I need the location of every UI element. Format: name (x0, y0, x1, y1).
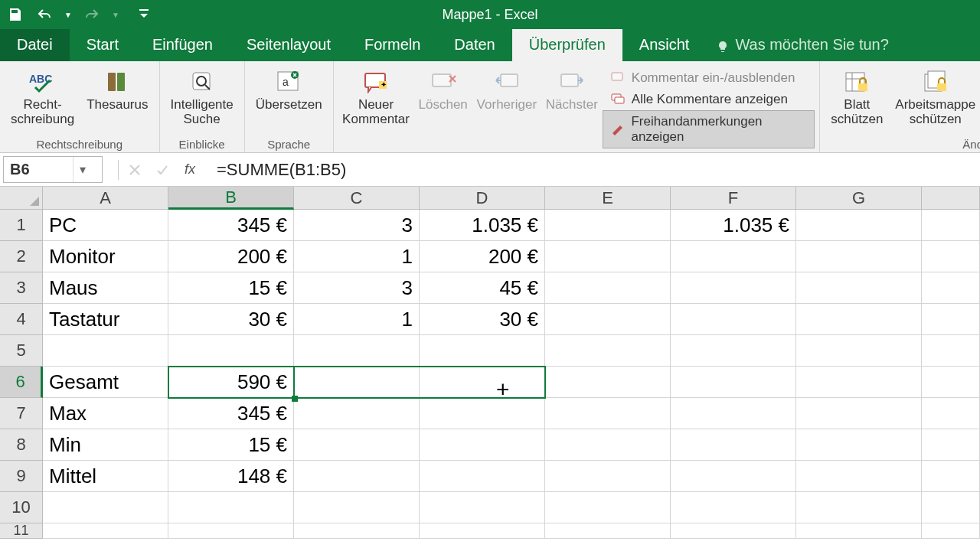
cell-C4[interactable]: 1 (294, 304, 420, 335)
tab-seitenlayout[interactable]: Seitenlayout (230, 28, 348, 61)
cell-H6[interactable] (922, 367, 980, 398)
qat-customize-icon[interactable] (135, 5, 153, 24)
cell-C5[interactable] (294, 335, 420, 367)
cell-C6[interactable] (294, 367, 420, 398)
cell-C1[interactable]: 3 (294, 210, 420, 241)
col-header-A[interactable]: A (43, 187, 168, 210)
row-header-6[interactable]: 6 (0, 367, 43, 398)
cell-G2[interactable] (796, 241, 922, 272)
tab-start[interactable]: Start (70, 28, 136, 61)
formula-input[interactable] (209, 153, 980, 186)
new-comment-button[interactable]: ✦ Neuer Kommentar (338, 64, 414, 148)
cell-H8[interactable] (922, 429, 980, 461)
cell-D4[interactable]: 30 € (420, 304, 545, 335)
cell-D5[interactable] (420, 335, 545, 367)
cell-F1[interactable]: 1.035 € (671, 210, 796, 241)
cell-B3[interactable]: 15 € (168, 272, 294, 304)
cell-A7[interactable]: Max (43, 398, 168, 429)
row-header-9[interactable]: 9 (0, 461, 43, 492)
cell-B11[interactable] (168, 523, 294, 539)
cell-E11[interactable] (545, 523, 671, 539)
cell-B8[interactable]: 15 € (168, 429, 294, 461)
cell-D7[interactable] (420, 398, 545, 429)
tell-me-box[interactable]: Was möchten Sie tun? (706, 28, 899, 61)
tab-daten[interactable]: Daten (437, 28, 511, 61)
cell-A9[interactable]: Mittel (43, 461, 168, 492)
col-header-G[interactable]: G (796, 187, 922, 210)
cell-E9[interactable] (545, 461, 671, 492)
cell-B7[interactable]: 345 € (168, 398, 294, 429)
cell-C11[interactable] (294, 523, 420, 539)
spellcheck-button[interactable]: ABC Recht- schreibung (5, 64, 80, 126)
cell-A2[interactable]: Monitor (43, 241, 168, 272)
cell-F4[interactable] (671, 304, 796, 335)
cell-F6[interactable] (671, 367, 796, 398)
cell-B4[interactable]: 30 € (168, 304, 294, 335)
cell-G8[interactable] (796, 429, 922, 461)
cell-A3[interactable]: Maus (43, 272, 168, 304)
col-header-C[interactable]: C (294, 187, 420, 210)
tab-file[interactable]: Datei (0, 28, 70, 61)
col-header-H[interactable] (922, 187, 980, 210)
cell-F5[interactable] (671, 335, 796, 367)
cell-H11[interactable] (922, 523, 980, 539)
cell-G4[interactable] (796, 304, 922, 335)
thesaurus-button[interactable]: Thesaurus (80, 64, 154, 126)
cell-D9[interactable] (420, 461, 545, 492)
row-header-7[interactable]: 7 (0, 398, 43, 429)
cell-E3[interactable] (545, 272, 671, 304)
cell-C7[interactable] (294, 398, 420, 429)
row-header-1[interactable]: 1 (0, 210, 43, 241)
cell-H7[interactable] (922, 398, 980, 429)
cell-G1[interactable] (796, 210, 922, 241)
cell-H4[interactable] (922, 304, 980, 335)
cell-C3[interactable]: 3 (294, 272, 420, 304)
row-header-2[interactable]: 2 (0, 241, 43, 272)
cell-A4[interactable]: Tastatur (43, 304, 168, 335)
cell-E7[interactable] (545, 398, 671, 429)
save-icon[interactable] (6, 5, 24, 24)
cell-G3[interactable] (796, 272, 922, 304)
cell-A6[interactable]: Gesamt (43, 367, 168, 398)
cell-B5[interactable] (168, 335, 294, 367)
name-box[interactable]: ▾ (3, 156, 103, 183)
col-header-D[interactable]: D (420, 187, 545, 210)
fx-icon[interactable]: fx (178, 158, 201, 181)
translate-button[interactable]: a Übersetzen (250, 64, 328, 112)
name-box-input[interactable] (4, 161, 73, 178)
cell-D11[interactable] (420, 523, 545, 539)
cell-E10[interactable] (545, 492, 671, 523)
cell-G7[interactable] (796, 398, 922, 429)
show-all-comments-button[interactable]: Alle Kommentare anzeigen (603, 89, 815, 110)
cell-D6[interactable] (420, 367, 545, 398)
cell-F7[interactable] (671, 398, 796, 429)
undo-icon[interactable] (35, 5, 54, 24)
row-header-10[interactable]: 10 (0, 492, 43, 523)
cell-B10[interactable] (168, 492, 294, 523)
col-header-E[interactable]: E (545, 187, 671, 210)
cell-D3[interactable]: 45 € (420, 272, 545, 304)
cell-H1[interactable] (922, 210, 980, 241)
cell-G6[interactable] (796, 367, 922, 398)
cell-E6[interactable] (545, 367, 671, 398)
cell-E8[interactable] (545, 429, 671, 461)
col-header-F[interactable]: F (671, 187, 796, 210)
row-header-4[interactable]: 4 (0, 304, 43, 335)
fill-handle[interactable] (292, 396, 298, 402)
cell-F3[interactable] (671, 272, 796, 304)
cell-E2[interactable] (545, 241, 671, 272)
cell-C9[interactable] (294, 461, 420, 492)
smart-lookup-button[interactable]: Intelligente Suche (165, 64, 240, 126)
cell-A8[interactable]: Min (43, 429, 168, 461)
select-all-corner[interactable] (0, 187, 43, 210)
cell-F2[interactable] (671, 241, 796, 272)
cell-C10[interactable] (294, 492, 420, 523)
cell-H5[interactable] (922, 335, 980, 367)
toggle-comment-button[interactable]: Kommentar ein-/ausblenden (603, 67, 815, 89)
cell-G5[interactable] (796, 335, 922, 367)
row-header-8[interactable]: 8 (0, 429, 43, 461)
cell-E4[interactable] (545, 304, 671, 335)
protect-sheet-button[interactable]: Blatt schützen (825, 64, 889, 132)
cell-A1[interactable]: PC (43, 210, 168, 241)
col-header-B[interactable]: B (168, 187, 294, 210)
